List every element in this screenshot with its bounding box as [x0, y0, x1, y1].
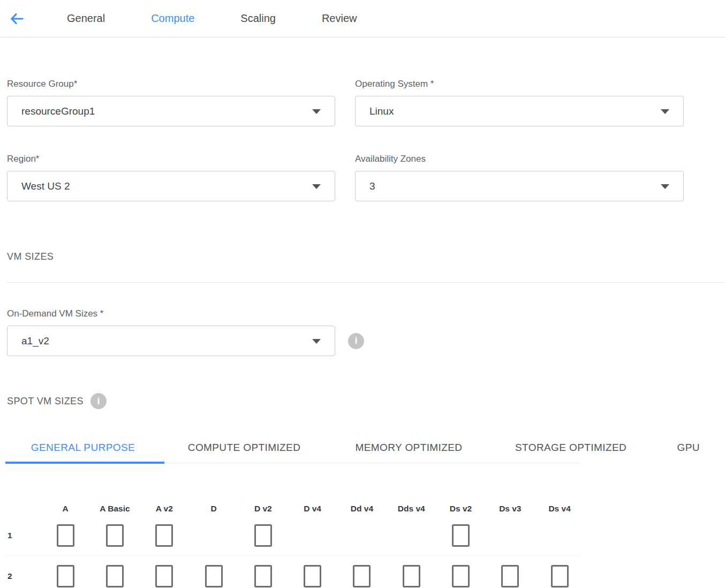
chevron-down-icon [661, 184, 669, 189]
checkbox-cell [90, 524, 139, 547]
checkbox-d-row2[interactable] [205, 565, 223, 587]
checkbox-d-v2-row1[interactable] [254, 524, 272, 547]
nav-tab-review[interactable]: Review [322, 12, 357, 25]
row-label: 1 [0, 531, 41, 540]
checkbox-cell [238, 565, 288, 587]
on-demand-label: On-Demand VM Sizes * [7, 308, 725, 319]
checkbox-a-v2-row2[interactable] [155, 565, 173, 587]
form-field-resource-group: Resource Group*resourceGroup1 [7, 78, 335, 126]
chevron-down-icon [312, 184, 321, 189]
table-row: 2 [0, 556, 725, 588]
form-grid: Resource Group*resourceGroup1Operating S… [7, 78, 725, 201]
checkbox-cell [189, 565, 238, 587]
column-header-a: A [41, 504, 90, 514]
wizard-header: GeneralComputeScalingReview [0, 0, 725, 37]
table-header-row: AA BasicA v2DD v2D v4Dd v4Dds v4Ds v2Ds … [0, 502, 725, 515]
field-label-resource-group: Resource Group* [7, 78, 335, 89]
chevron-down-icon [312, 339, 321, 344]
select-value: a1_v2 [21, 335, 49, 347]
back-button[interactable] [7, 9, 26, 28]
column-header-dds-v4: Dds v4 [387, 504, 436, 514]
checkbox-ds-v2-row1[interactable] [452, 524, 470, 547]
select-value: 3 [369, 180, 375, 192]
arrow-left-icon [8, 11, 25, 27]
spot-tab-gpu[interactable]: GPU [652, 433, 725, 462]
active-tab-underline [5, 462, 164, 464]
checkbox-cell [140, 524, 189, 547]
column-header-d-v4: D v4 [288, 504, 337, 514]
column-header-d-v2: D v2 [238, 504, 288, 514]
checkbox-cell [436, 524, 485, 547]
row-label: 2 [0, 571, 41, 581]
vm-sizes-section-title: VM SIZES [7, 251, 725, 262]
column-header-ds-v2: Ds v2 [436, 504, 485, 514]
select-value: resourceGroup1 [21, 105, 95, 117]
spot-tab-memory-optimized[interactable]: MEMORY OPTIMIZED [328, 433, 490, 462]
spot-vm-sizes-heading: SPOT VM SIZES i [7, 393, 725, 409]
select-on-demand-vm-sizes[interactable]: a1_v2 [7, 326, 335, 356]
spot-tab-general-purpose[interactable]: GENERAL PURPOSE [5, 433, 161, 462]
checkbox-cell [436, 565, 485, 587]
table-row: 1 [0, 515, 725, 555]
field-label-availability-zones: Availability Zones [355, 153, 684, 164]
nav-tab-scaling[interactable]: Scaling [240, 12, 276, 25]
checkbox-cell [535, 565, 584, 587]
checkbox-cell [337, 565, 387, 587]
checkbox-cell [238, 524, 288, 547]
checkbox-a-row1[interactable] [57, 524, 74, 547]
info-icon[interactable]: i [90, 393, 107, 409]
checkbox-cell [140, 565, 189, 587]
spot-tab-compute-optimized[interactable]: COMPUTE OPTIMIZED [161, 433, 328, 462]
column-header-ds-v4: Ds v4 [535, 504, 584, 514]
column-header-a-v2: A v2 [140, 504, 189, 514]
column-header-dd-v4: Dd v4 [337, 504, 387, 514]
info-icon[interactable]: i [348, 333, 364, 349]
checkbox-dd-v4-row2[interactable] [353, 565, 371, 587]
spot-tab-row: GENERAL PURPOSECOMPUTE OPTIMIZEDMEMORY O… [0, 433, 725, 462]
checkbox-a-v2-row1[interactable] [155, 524, 173, 547]
select-value: Linux [369, 105, 394, 117]
checkbox-a-row2[interactable] [57, 565, 74, 587]
column-header-ds-v3: Ds v3 [486, 504, 535, 514]
checkbox-cell [387, 565, 436, 587]
select-operating-system[interactable]: Linux [355, 96, 684, 126]
checkbox-cell [41, 565, 90, 587]
checkbox-ds-v4-row2[interactable] [551, 565, 569, 587]
checkbox-dds-v4-row2[interactable] [403, 565, 420, 587]
select-region[interactable]: West US 2 [7, 171, 335, 201]
checkbox-cell [90, 565, 139, 587]
select-availability-zones[interactable]: 3 [355, 171, 684, 201]
section-divider [7, 282, 725, 283]
form-field-region: Region*West US 2 [7, 153, 335, 201]
checkbox-cell [486, 565, 535, 587]
nav-tab-compute[interactable]: Compute [151, 12, 194, 25]
vm-size-table: AA BasicA v2DD v2D v4Dd v4Dds v4Ds v2Ds … [0, 502, 725, 588]
select-resource-group[interactable]: resourceGroup1 [7, 96, 335, 126]
field-label-region: Region* [7, 153, 335, 164]
checkbox-cell [288, 565, 337, 587]
spot-tab-storage-optimized[interactable]: STORAGE OPTIMIZED [490, 433, 652, 462]
spot-tab-bar: GENERAL PURPOSECOMPUTE OPTIMIZEDMEMORY O… [0, 433, 725, 464]
checkbox-d-v4-row2[interactable] [304, 565, 321, 587]
column-header-a-basic: A Basic [90, 504, 139, 514]
chevron-down-icon [661, 109, 669, 114]
chevron-down-icon [312, 109, 321, 114]
select-value: West US 2 [21, 180, 70, 192]
column-header-d: D [189, 504, 238, 514]
nav-tab-general[interactable]: General [67, 12, 105, 25]
on-demand-field: On-Demand VM Sizes * a1_v2 i [7, 308, 725, 356]
checkbox-cell [41, 524, 90, 547]
checkbox-ds-v3-row2[interactable] [501, 565, 519, 587]
form-field-availability-zones: Availability Zones3 [355, 153, 684, 201]
field-label-operating-system: Operating System * [355, 78, 684, 89]
checkbox-ds-v2-row2[interactable] [452, 565, 470, 587]
checkbox-a-basic-row1[interactable] [106, 524, 124, 547]
top-tab-bar: GeneralComputeScalingReview [67, 12, 357, 25]
checkbox-d-v2-row2[interactable] [254, 565, 272, 587]
spot-section-title: SPOT VM SIZES [7, 395, 84, 407]
tab-bar-baseline [164, 463, 581, 463]
form-field-operating-system: Operating System *Linux [355, 78, 684, 126]
checkbox-a-basic-row2[interactable] [106, 565, 124, 587]
